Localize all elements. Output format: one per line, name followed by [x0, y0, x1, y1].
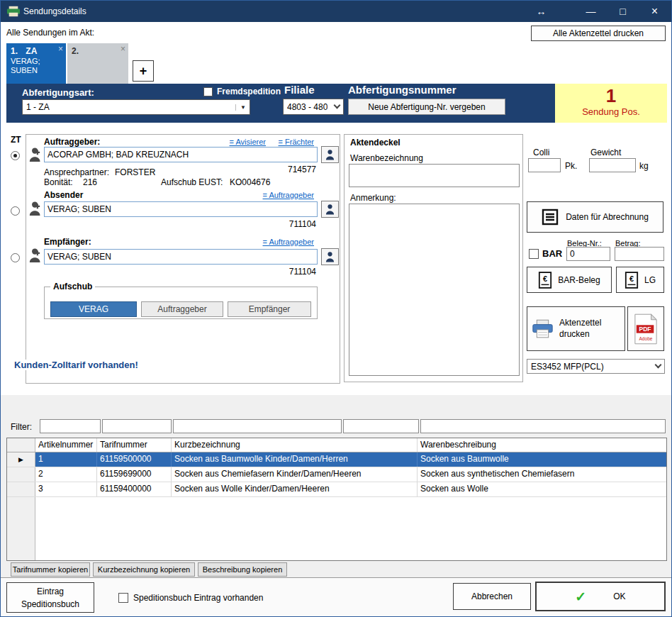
euro-document-icon: €	[625, 272, 639, 289]
aktendeckel-panel: Aktendeckel Warenbezeichnung Anmerkung:	[344, 134, 523, 382]
add-person-icon[interactable]	[28, 247, 44, 264]
sendungsdetails-window: Sendungsdetails ↔ — □ × Alle Sendungen i…	[0, 0, 672, 617]
abfertigungsart-select[interactable]: 1 - ZA ▼	[22, 99, 250, 115]
header-warenbeschreibung[interactable]: Warenbeschreibung	[418, 438, 666, 452]
tarifnummer-kopieren-button[interactable]: Tarifnummer kopieren	[11, 562, 90, 577]
title-bar: Sendungsdetails ↔ — □ ×	[1, 1, 671, 22]
header-artikelnummer[interactable]: Artikelnummer	[35, 438, 97, 452]
absender-input[interactable]	[44, 201, 318, 217]
empfaenger-lookup-button[interactable]	[321, 248, 339, 265]
empfaenger-number: 711104	[289, 267, 316, 277]
empfaenger-auftraggeber-link[interactable]: = Auftraggeber	[263, 238, 314, 246]
sendungen-im-akt-label: Alle Sendungen im Akt:	[6, 28, 94, 38]
betrag-input[interactable]	[615, 247, 664, 261]
fremdspedition-checkbox[interactable]: Fremdspedition	[203, 87, 281, 96]
pdf-export-button[interactable]: PDF Adobe	[627, 306, 664, 351]
header-tarifnummer[interactable]: Tarifnummer	[97, 438, 172, 452]
warenbezeichnung-input[interactable]	[349, 164, 520, 187]
lg-button[interactable]: € LG	[616, 267, 664, 293]
fremdspedition-checkbox-box[interactable]	[203, 87, 213, 96]
gewicht-input[interactable]	[589, 158, 636, 172]
filter-input-warenbeschreibung[interactable]	[420, 419, 666, 433]
auftraggeber-input[interactable]	[44, 147, 318, 162]
aktenzettel-drucken-button[interactable]: Aktenzettel drucken	[527, 306, 625, 351]
filter-input-artikelnummer[interactable]	[102, 419, 172, 433]
bar-beleg-button[interactable]: € BAR-Beleg	[527, 267, 612, 293]
aufschub-auftraggeber-button[interactable]: Auftraggeber	[141, 301, 223, 317]
ansprechpartner-label: Ansprechpartner:	[44, 167, 109, 177]
daten-fuer-abrechnung-button[interactable]: Daten für Abrechnung	[527, 201, 663, 233]
bar-checkbox[interactable]: BAR	[529, 248, 562, 259]
printer-select[interactable]: ES3452 MFP(PCL)	[527, 359, 665, 374]
lg-label: LG	[644, 275, 656, 285]
empfaenger-input[interactable]	[44, 249, 318, 265]
gewicht-label: Gewicht	[590, 148, 621, 157]
tab-sendung-2[interactable]: 2. ×	[67, 43, 128, 84]
auftraggeber-number: 714577	[288, 165, 316, 174]
minimize-icon[interactable]: —	[575, 1, 607, 22]
parties-panel: Auftraggeber: = Avisierer = Frächter 714…	[26, 134, 340, 384]
add-person-icon[interactable]	[28, 200, 44, 217]
bar-checkbox-box[interactable]	[529, 249, 539, 259]
anmerkung-textarea[interactable]	[349, 204, 520, 376]
table-row[interactable]: ▶ 1 61159500000 Socken aus Baumwolle Kin…	[7, 452, 666, 467]
speditionsbuch-checkbox[interactable]: Speditionsbuch Eintrag vorhanden	[118, 593, 263, 603]
close-icon[interactable]: ×	[639, 1, 671, 22]
close-tab1-icon[interactable]: ×	[58, 44, 63, 54]
avisierer-link[interactable]: = Avisierer	[230, 138, 266, 146]
cell-tarifnummer: 61159699000	[97, 467, 172, 482]
eintrag-speditionsbuch-button[interactable]: Eintrag Speditionsbuch	[6, 582, 94, 613]
close-tab2-icon[interactable]: ×	[121, 44, 125, 54]
cell-warenbeschreibung: Socken aus Wolle	[418, 482, 666, 496]
tab-sendung-1[interactable]: 1. ZA × VERAG; SUBEN	[6, 43, 66, 84]
add-person-icon[interactable]	[28, 146, 44, 163]
table-row[interactable]: 3 61159400000 Socken aus Wolle Kinder/Da…	[7, 482, 666, 497]
row-selector-icon: ▶	[18, 456, 23, 463]
printer-value: ES3452 MFP(PCL)	[531, 362, 604, 372]
colli-label: Colli	[533, 148, 549, 157]
table-row[interactable]: 2 61159699000 Socken aus Chemiefasern Ki…	[7, 467, 666, 482]
abbrechen-button[interactable]: Abbrechen	[453, 583, 531, 610]
maximize-icon[interactable]: □	[607, 1, 639, 22]
kurzbezeichnung-kopieren-button[interactable]: Kurzbezeichnung kopieren	[93, 562, 195, 577]
auftraggeber-radio[interactable]	[11, 151, 20, 160]
absender-radio[interactable]	[11, 206, 20, 216]
filter-input-kurzbezeichnung[interactable]	[343, 419, 419, 433]
auftraggeber-lookup-button[interactable]	[321, 146, 339, 163]
restore-size-icon[interactable]: ↔	[525, 1, 557, 22]
ok-button[interactable]: ✓ OK	[535, 582, 666, 611]
beschreibung-kopieren-button[interactable]: Beschreibung kopieren	[198, 562, 287, 577]
alle-aktenzettel-drucken-button[interactable]: Alle Aktenzettel drucken	[531, 26, 666, 41]
empfaenger-radio[interactable]	[11, 253, 20, 262]
tab1-title: 1. ZA	[6, 43, 66, 57]
abfertigungsart-value: 1 - ZA	[26, 102, 50, 112]
pdf-brand-glyph: Adobe	[639, 336, 652, 341]
window-title: Sendungsdetails	[23, 1, 86, 22]
colli-input[interactable]	[528, 158, 561, 172]
aufschub-empfaenger-button[interactable]: Empfänger	[228, 301, 311, 317]
speditionsbuch-checkbox-box[interactable]	[118, 593, 128, 603]
aufschub-eust-value: KO004676	[230, 177, 270, 187]
absender-lookup-button[interactable]	[321, 201, 339, 218]
fremdspedition-label: Fremdspedition	[217, 87, 281, 96]
ansprechpartner-value: FORSTER	[115, 167, 155, 177]
cell-kurzbezeichnung: Socken aus Wolle Kinder/Damen/Heeren	[172, 482, 418, 496]
filter-input-tarifnummer[interactable]	[173, 419, 342, 433]
add-tab-button[interactable]: +	[133, 60, 154, 82]
speditionsbuch-checkbox-label: Speditionsbuch Eintrag vorhanden	[133, 593, 263, 603]
pdf-label-glyph: PDF	[639, 326, 651, 333]
tab1-code: ZA	[26, 46, 37, 56]
sendung-pos-count: 1	[555, 85, 667, 106]
filter-input-1[interactable]	[40, 419, 101, 433]
fraechter-link[interactable]: = Frächter	[279, 138, 314, 146]
neue-abfertigungsnr-button[interactable]: Neue Abfertigung-Nr. vergeben	[348, 99, 505, 115]
aufschub-verag-button[interactable]: VERAG	[50, 301, 137, 317]
absender-auftraggeber-link[interactable]: = Auftraggeber	[263, 191, 314, 199]
beleg-nr-input[interactable]	[566, 247, 610, 261]
footer-bar: Eintrag Speditionsbuch Speditionsbuch Ei…	[1, 577, 672, 617]
filiale-select[interactable]: 4803 - 480	[283, 99, 344, 115]
header-kurzbezeichnung[interactable]: Kurzbezeichnung	[172, 438, 418, 452]
aufschub-group: Aufschub VERAG Auftraggeber Empfänger	[44, 287, 318, 319]
filiale-label: Filiale	[284, 84, 315, 96]
absender-number: 711104	[289, 219, 316, 229]
